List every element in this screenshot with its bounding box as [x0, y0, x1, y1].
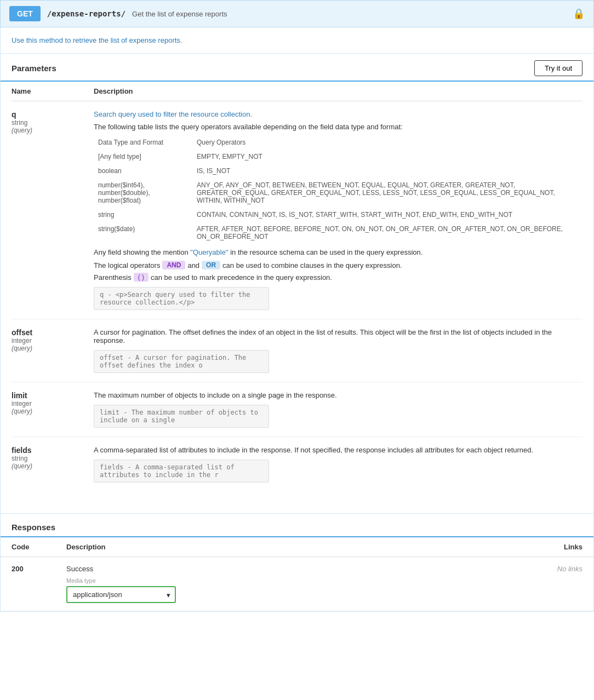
param-name-col-limit: limit integer (query)	[12, 391, 94, 428]
responses-header: Responses	[1, 514, 593, 537]
response-row-200: 200 Success Media type application/json …	[1, 557, 593, 611]
logical-ops-mid: and	[187, 261, 199, 269]
param-location-limit: (query)	[12, 408, 94, 415]
param-name-limit: limit	[12, 391, 94, 400]
col-links-header: Links	[528, 543, 582, 551]
parenthesis-post: can be used to mark precedence in the qu…	[151, 273, 332, 282]
responses-table-header: Code Description Links	[1, 537, 593, 557]
logical-ops-post: can be used to combine clauses in the qu…	[222, 261, 402, 269]
params-table: Name Description q string (query) Search…	[1, 82, 593, 491]
q-input[interactable]: q - <p>Search query used to filter the r…	[94, 287, 269, 310]
table-cell: EMPTY, EMPTY_NOT	[192, 150, 582, 164]
description-area: Use this method to retrieve the list of …	[0, 27, 594, 53]
media-type-select-wrapper[interactable]: application/json	[66, 586, 176, 603]
table-row: number($int64),number($double),number($f…	[94, 178, 582, 208]
param-name-col-q: q string (query)	[12, 110, 94, 310]
response-links-200: No links	[528, 565, 582, 603]
param-type-offset: integer	[12, 337, 94, 345]
queryable-highlight: "Queryable"	[190, 248, 228, 256]
table-cell: string($date)	[94, 222, 192, 244]
param-row-fields: fields string (query) A comma-separated …	[12, 437, 582, 491]
table-cell: [Any field type]	[94, 150, 192, 164]
endpoint-description: Use this method to retrieve the list of …	[12, 36, 582, 44]
lock-icon: 🔒	[573, 8, 585, 20]
param-row-offset: offset integer (query) A cursor for pagi…	[12, 319, 582, 382]
col-code-header: Code	[12, 543, 66, 551]
param-desc-col-limit: The maximum number of objects to include…	[94, 391, 582, 428]
endpoint-header: GET /expense-reports/ Get the list of ex…	[0, 0, 594, 27]
parameters-title: Parameters	[12, 64, 56, 73]
param-location-fields: (query)	[12, 462, 94, 470]
and-badge: AND	[162, 261, 185, 269]
col-desc-resp-header: Description	[66, 543, 528, 551]
offset-input[interactable]: offset - A cursor for pagination. The of…	[94, 350, 269, 373]
fields-input[interactable]: fields - A comma-separated list of attri…	[94, 460, 269, 483]
table-row: string CONTAIN, CONTAIN_NOT, IS, IS_NOT,…	[94, 208, 582, 222]
table-row: string($date) AFTER, AFTER_NOT, BEFORE, …	[94, 222, 582, 244]
param-desc-offset: A cursor for pagination. The offset defi…	[94, 328, 582, 345]
parenthesis-note: Parenthesis ( ) can be used to mark prec…	[94, 273, 582, 282]
endpoint-path: /expense-reports/	[47, 9, 125, 18]
try-it-out-button[interactable]: Try it out	[534, 60, 582, 76]
responses-title: Responses	[12, 523, 55, 532]
param-name-col-fields: fields string (query)	[12, 446, 94, 483]
table-cell: string	[94, 208, 192, 222]
response-code-200: 200	[12, 565, 66, 603]
response-desc-200: Success Media type application/json	[66, 565, 528, 603]
params-table-header: Name Description	[12, 82, 582, 101]
queryable-note: Any field showing the mention "Queryable…	[94, 248, 582, 256]
parameters-header: Parameters Try it out	[1, 54, 593, 82]
table-cell: boolean	[94, 164, 192, 178]
table-cell: Query Operators	[192, 135, 582, 150]
table-cell: CONTAIN, CONTAIN_NOT, IS, IS_NOT, START_…	[192, 208, 582, 222]
param-name-q: q	[12, 110, 94, 119]
table-row: [Any field type] EMPTY, EMPTY_NOT	[94, 150, 582, 164]
table-cell: ANY_OF, ANY_OF_NOT, BETWEEN, BETWEEN_NOT…	[192, 178, 582, 208]
param-desc-col-fields: A comma-separated list of attributes to …	[94, 446, 582, 483]
param-row-limit: limit integer (query) The maximum number…	[12, 382, 582, 437]
responses-section: Responses Code Description Links 200 Suc…	[0, 514, 594, 612]
param-name-offset: offset	[12, 328, 94, 337]
param-desc-intro-q: Search query used to filter the resource…	[94, 110, 582, 118]
media-type-select[interactable]: application/json	[66, 586, 176, 603]
parameters-section: Parameters Try it out Name Description q…	[0, 53, 594, 514]
param-row-q: q string (query) Search query used to fi…	[12, 101, 582, 319]
limit-input[interactable]: limit - The maximum number of objects to…	[94, 405, 269, 428]
param-location-offset: (query)	[12, 345, 94, 352]
param-desc-table-intro-q: The following table lists the query oper…	[94, 123, 582, 131]
param-desc-col-offset: A cursor for pagination. The offset defi…	[94, 328, 582, 373]
param-location-q: (query)	[12, 127, 94, 134]
param-desc-col-q: Search query used to filter the resource…	[94, 110, 582, 310]
param-type-q: string	[12, 119, 94, 127]
paren-badge: ( )	[134, 273, 148, 282]
table-row: boolean IS, IS_NOT	[94, 164, 582, 178]
col-name-header: Name	[12, 87, 94, 95]
table-row: Data Type and Format Query Operators	[94, 135, 582, 150]
page-wrapper: GET /expense-reports/ Get the list of ex…	[0, 0, 594, 612]
param-name-fields: fields	[12, 446, 94, 455]
param-desc-fields: A comma-separated list of attributes to …	[94, 446, 582, 454]
operators-table: Data Type and Format Query Operators [An…	[94, 135, 582, 244]
param-name-col-offset: offset integer (query)	[12, 328, 94, 373]
parenthesis-pre: Parenthesis	[94, 273, 132, 282]
table-cell: number($int64),number($double),number($f…	[94, 178, 192, 208]
col-desc-header: Description	[94, 87, 582, 95]
or-badge: OR	[202, 261, 220, 269]
param-desc-limit: The maximum number of objects to include…	[94, 391, 582, 399]
method-badge: GET	[9, 6, 41, 21]
endpoint-summary: Get the list of expense reports	[132, 10, 227, 18]
media-type-label: Media type	[66, 577, 528, 584]
table-cell: AFTER, AFTER_NOT, BEFORE, BEFORE_NOT, ON…	[192, 222, 582, 244]
table-cell: IS, IS_NOT	[192, 164, 582, 178]
param-type-limit: integer	[12, 400, 94, 408]
param-type-fields: string	[12, 455, 94, 462]
response-desc-text: Success	[66, 565, 528, 573]
logical-ops-pre: The logical operators	[94, 261, 160, 269]
logical-ops-note: The logical operators AND and OR can be …	[94, 261, 582, 269]
table-cell: Data Type and Format	[94, 135, 192, 150]
